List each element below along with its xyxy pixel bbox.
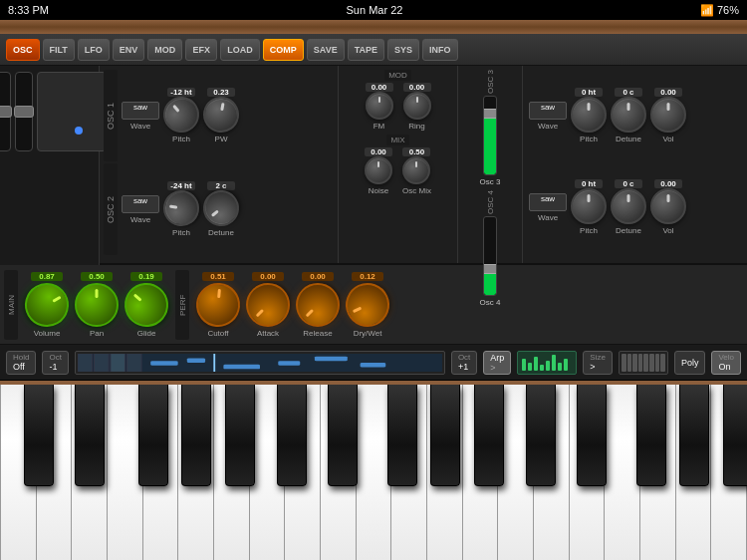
svg-rect-6 (187, 358, 205, 363)
osc1-pw-value: 0.23 (207, 88, 235, 97)
svg-rect-5 (150, 361, 177, 366)
svg-rect-10 (361, 363, 386, 368)
noise-knob[interactable] (365, 156, 392, 184)
volume-knob[interactable] (17, 274, 77, 334)
piano-roll-display[interactable] (75, 351, 445, 375)
velo-value: On (718, 362, 734, 372)
toolbar-sys-button[interactable]: SYS (387, 39, 419, 61)
osc1-pitch-label: Pitch (172, 135, 190, 143)
osc3-detune-label: Detune (616, 135, 641, 143)
osc4-fader-fill (484, 272, 496, 295)
hold-button[interactable]: Hold Off (6, 351, 36, 375)
osc4-pitch-knob[interactable] (571, 188, 607, 224)
black-key-cs2[interactable] (24, 385, 54, 486)
osc1-pitch-knob[interactable] (156, 90, 207, 140)
step-2 (627, 354, 632, 372)
black-key-gs4[interactable] (679, 385, 709, 486)
black-key-cs3[interactable] (277, 385, 307, 486)
oct-down-button[interactable]: Oct -1 (42, 351, 68, 375)
black-key-as4[interactable] (723, 385, 747, 486)
black-key-fs4[interactable] (636, 385, 666, 486)
osc3-fader[interactable] (483, 96, 497, 175)
osc2-wave-group: saw Wave (122, 195, 159, 224)
osc4-vol-knob[interactable] (650, 188, 686, 224)
osc4-detune-label: Detune (616, 226, 641, 235)
glide-knob[interactable] (116, 274, 177, 336)
osc2-wave-select[interactable]: saw (122, 195, 159, 213)
osc1-wave-group: saw Wave (122, 102, 159, 131)
toolbar-filt-button[interactable]: FILT (43, 39, 75, 61)
ring-knob[interactable] (403, 92, 431, 120)
osc2-pitch-value: -24 ht (167, 181, 195, 190)
black-key-ds2[interactable] (75, 385, 105, 486)
pan-label: Pan (90, 329, 104, 338)
volume-group: 0.87 Volume (25, 272, 69, 338)
toolbar-lfo-button[interactable]: LFO (78, 39, 110, 61)
release-knob[interactable] (287, 273, 349, 335)
osc1-wave-select[interactable]: saw (122, 102, 159, 120)
osc3-vol-knob[interactable] (650, 97, 686, 133)
fm-knob[interactable] (366, 92, 393, 120)
arp-button[interactable]: Arp > (483, 351, 511, 375)
white-key-f4[interactable] (605, 385, 640, 560)
black-key-as3[interactable] (474, 385, 504, 486)
osc2-detune-knob[interactable] (196, 183, 247, 234)
pan-knob[interactable] (75, 283, 119, 327)
xy-touchpad[interactable] (37, 72, 107, 151)
osc4-wave-group: saw Wave (529, 193, 567, 222)
black-key-ds3[interactable] (328, 385, 358, 486)
osc2-pitch-knob[interactable] (160, 187, 202, 229)
sequencer-bar: Hold Off Oct -1 (0, 345, 747, 381)
oct-up-button[interactable]: Oct +1 (451, 351, 477, 375)
toolbar-efx-button[interactable]: EFX (185, 39, 217, 61)
pitch-bend-fader[interactable] (0, 72, 11, 151)
osc4-wave-select[interactable]: saw (529, 193, 567, 211)
black-key-gs3[interactable] (430, 385, 460, 486)
svg-rect-7 (223, 364, 260, 369)
osc-mix-knob[interactable] (402, 156, 430, 184)
toolbar-env-button[interactable]: ENV (113, 39, 145, 61)
osc3-pitch-label: Pitch (580, 135, 598, 143)
toolbar-tape-button[interactable]: TAPE (348, 39, 384, 61)
drywet-knob[interactable] (339, 275, 396, 333)
velo-button[interactable]: Velo On (711, 351, 741, 375)
black-key-fs3[interactable] (387, 385, 417, 486)
arp-bar-7 (558, 363, 562, 371)
toolbar-mod-button[interactable]: MOD (147, 39, 182, 61)
black-key-gs2[interactable] (181, 385, 211, 486)
volume-value: 0.87 (31, 272, 63, 281)
osc4-fader[interactable] (483, 216, 497, 296)
poly-button[interactable]: Poly (674, 351, 706, 375)
attack-group: 0.00 Attack (246, 272, 290, 338)
osc3-vol-label: Vol (662, 135, 673, 143)
release-value: 0.00 (302, 272, 334, 281)
osc2-pitch-group: -24 ht Pitch (163, 181, 199, 237)
black-key-as2[interactable] (225, 385, 255, 486)
osc4-detune-knob[interactable] (611, 188, 646, 224)
toolbar-osc-button[interactable]: OSC (6, 39, 40, 61)
black-key-cs4[interactable] (526, 385, 556, 486)
white-key-f3[interactable] (357, 385, 392, 560)
cutoff-knob[interactable] (194, 281, 242, 329)
black-key-fs2[interactable] (138, 385, 168, 486)
osc3-wave-select[interactable]: saw (529, 102, 567, 120)
toolbar-save-button[interactable]: SAVE (307, 39, 345, 61)
size-button[interactable]: Size > (583, 351, 613, 375)
osc4-controls-row: saw Wave 0 ht Pitch 0 c Detune 0.00 Vol (527, 161, 743, 253)
osc3-pitch-knob[interactable] (571, 97, 607, 133)
osc3-pitch-value: 0 ht (575, 88, 603, 97)
osc3-vol-group: 0.00 Vol (650, 88, 686, 143)
black-key-ds4[interactable] (577, 385, 607, 486)
mod-wheel-fader[interactable] (15, 72, 33, 151)
osc4-pitch-group: 0 ht Pitch (571, 179, 607, 235)
status-time: 8:33 PM (8, 4, 49, 16)
toolbar-load-button[interactable]: LOAD (220, 39, 260, 61)
osc2-detune-label: Detune (208, 228, 234, 237)
osc4-wave-label: Wave (538, 213, 558, 222)
toolbar-comp-button[interactable]: COMP (263, 39, 304, 61)
toolbar-info-button[interactable]: INFO (422, 39, 458, 61)
osc1-pw-knob[interactable] (200, 94, 242, 136)
attack-knob[interactable] (237, 273, 299, 335)
osc3-detune-knob[interactable] (611, 97, 646, 133)
fm-group: 0.00 FM (366, 83, 393, 131)
